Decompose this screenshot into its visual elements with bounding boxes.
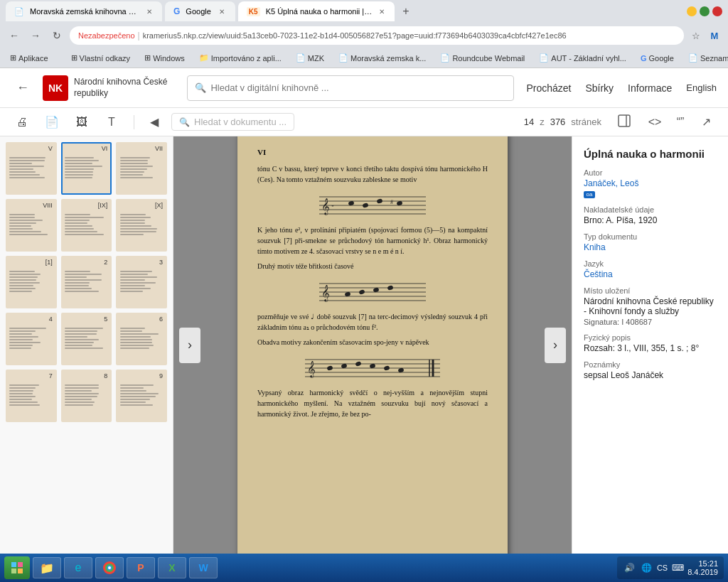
svg-text:𝄞: 𝄞 xyxy=(321,198,330,215)
explorer-icon: 📁 xyxy=(40,561,54,575)
maximize-button[interactable] xyxy=(700,6,710,16)
app-back-button[interactable]: ← xyxy=(11,77,34,99)
thumbnail-4[interactable]: 4 xyxy=(6,313,57,365)
bookmark-moravska[interactable]: 📄 Moravská zemska k... xyxy=(334,52,430,64)
thumbnail-[1][interactable]: [1] xyxy=(6,256,57,308)
thumbnail-5[interactable]: 5 xyxy=(61,313,112,365)
print-button[interactable]: 🖨 xyxy=(11,112,33,133)
window-controls xyxy=(687,6,722,16)
tab-2[interactable]: G Google ✕ xyxy=(165,1,235,21)
page-suffix: stránek xyxy=(571,117,601,127)
keyboard-icon[interactable]: ⌨ xyxy=(670,561,685,575)
minimize-button[interactable] xyxy=(687,6,697,16)
tab-1-close[interactable]: ✕ xyxy=(144,6,154,16)
sidebar-toggle-button[interactable]: ◀ xyxy=(146,114,163,131)
reload-button[interactable]: ↻ xyxy=(48,27,65,44)
thumbnail-9[interactable]: 9 xyxy=(116,370,167,422)
nav-prochazet[interactable]: Procházet xyxy=(526,82,571,94)
nav-sbirky[interactable]: Sbírky xyxy=(585,82,614,94)
doc-search[interactable]: 🔍 Hledat v dokumentu ... xyxy=(171,113,294,131)
vlastni-icon: ⊞ xyxy=(71,53,77,63)
language-value[interactable]: Čeština xyxy=(584,269,717,279)
svg-text:𝄞: 𝄞 xyxy=(321,285,330,302)
folder-icon: 📁 xyxy=(199,53,209,63)
page-controls: 14 z 376 stránek xyxy=(524,117,601,127)
info-notes-section: Poznámky sepsal Leoš Janáček xyxy=(584,360,717,380)
thumbnail-V[interactable]: V xyxy=(6,142,57,195)
search-input[interactable] xyxy=(210,82,506,93)
next-page-button[interactable]: › xyxy=(545,328,566,363)
nav-informace[interactable]: Informace xyxy=(628,82,672,94)
search-bar[interactable]: 🔍 xyxy=(187,75,514,101)
taskbar-app-ie[interactable]: e xyxy=(64,557,92,578)
powerpoint-icon: P xyxy=(137,562,144,573)
search-icon: 🔍 xyxy=(195,82,206,93)
svg-point-10 xyxy=(362,203,369,208)
network-icon[interactable]: 🌐 xyxy=(640,561,654,575)
thumbnail-VI[interactable]: VI xyxy=(61,142,112,195)
close-button[interactable] xyxy=(712,6,722,16)
taskbar-app-excel[interactable]: X xyxy=(158,557,186,578)
bookmark-roundcube[interactable]: 📄 Roundcube Webmail xyxy=(436,52,529,64)
forward-button[interactable]: → xyxy=(27,27,44,44)
start-button[interactable] xyxy=(4,556,30,579)
taskbar-app-word[interactable]: W xyxy=(189,557,218,578)
info-physical-section: Fyzický popis Rozsah: 3 l., VIII, 355, 1… xyxy=(584,333,717,353)
pdf-button[interactable]: 📄 xyxy=(41,112,63,133)
taskbar: 📁 e P X W 🔊 🌐 CS ⌨ 15:21 8.4.2019 xyxy=(0,554,728,582)
thumbnail-[X][interactable]: [X] xyxy=(116,199,167,252)
toolbar-divider-1 xyxy=(134,115,134,129)
bookmark-aut[interactable]: 📄 AUT - Základní vyhl... xyxy=(535,52,631,64)
tab-3-close[interactable]: ✕ xyxy=(378,6,386,16)
tab-2-close[interactable]: ✕ xyxy=(217,6,227,16)
bookmark-import[interactable]: 📁 Importováno z apli... xyxy=(195,52,286,64)
prev-page-button[interactable]: › xyxy=(179,328,200,363)
volume-icon[interactable]: 🔊 xyxy=(623,561,637,575)
bookmark-apps-label: Aplikace xyxy=(18,54,48,63)
quote-button[interactable]: “” xyxy=(670,112,691,133)
taskbar-app-explorer[interactable]: 📁 xyxy=(33,557,61,578)
new-tab-button[interactable]: + xyxy=(397,3,414,20)
right-sidebar-toggle-button[interactable] xyxy=(616,114,633,131)
tab-3[interactable]: K5 K5 Úplná nauka o harmonii | Národ... … xyxy=(238,1,395,21)
thumbnail-6[interactable]: 6 xyxy=(116,313,167,365)
bookmark-mzk[interactable]: 📄 MZK xyxy=(291,52,328,64)
nk-logo: NK xyxy=(43,75,68,101)
url-text: kramerius5.nkp.cz/view/uuid:5a13ceb0-702… xyxy=(143,31,567,40)
thumbnail-3[interactable]: 3 xyxy=(116,256,167,308)
thumbnail-2[interactable]: 2 xyxy=(61,256,112,308)
address-bar-icons: ☆ M xyxy=(688,28,722,43)
bookmark-google[interactable]: G Google xyxy=(636,53,678,64)
bookmark-windows-label: Windows xyxy=(153,54,185,63)
code-button[interactable]: <> xyxy=(644,112,665,133)
google-icon: G xyxy=(641,54,647,63)
tab-1[interactable]: 📄 Moravská zemská knihovna v Br... ✕ xyxy=(6,1,162,21)
author-value[interactable]: Janáček, Leoš xyxy=(584,178,717,188)
text-button[interactable]: T xyxy=(101,112,122,133)
back-button[interactable]: ← xyxy=(6,27,23,44)
section-title: VI xyxy=(257,146,488,158)
nav-english[interactable]: English xyxy=(686,82,717,94)
thumbnail-panel: VVIVIIVIII[IX][X][1]23456789 xyxy=(0,136,173,554)
thumbnail-7[interactable]: 7 xyxy=(6,370,57,422)
bookmark-moravska-label: Moravská zemska k... xyxy=(350,54,426,63)
security-label: Nezabezpečeno xyxy=(78,31,135,40)
thumbnail-VII[interactable]: VII xyxy=(116,142,167,195)
address-input[interactable]: Nezabezpečeno | kramerius5.nkp.cz/view/u… xyxy=(70,26,684,45)
bookmark-vlastni[interactable]: ⊞ Vlastní odkazy xyxy=(67,52,135,64)
thumbnail-[IX][interactable]: [IX] xyxy=(61,199,112,252)
info-location-section: Místo uložení Národní knihovna České rep… xyxy=(584,286,717,326)
taskbar-app-chrome[interactable] xyxy=(95,557,124,578)
thumbnail-VIII[interactable]: VIII xyxy=(6,199,57,252)
address-bar: ← → ↻ Nezabezpečeno | kramerius5.nkp.cz/… xyxy=(0,23,728,48)
image-button[interactable]: 🖼 xyxy=(71,112,92,133)
bookmark-star-icon[interactable]: ☆ xyxy=(688,28,704,43)
bookmark-seznam[interactable]: 📄 Seznam ČSN xyxy=(684,52,728,64)
share-button[interactable]: ↗ xyxy=(695,112,717,133)
doc-search-placeholder: Hledat v dokumentu ... xyxy=(194,117,287,127)
thumbnail-8[interactable]: 8 xyxy=(61,370,112,422)
bookmark-apps[interactable]: ⊞ Aplikace xyxy=(6,52,53,64)
bookmark-windows[interactable]: ⊞ Windows xyxy=(140,52,189,64)
taskbar-app-powerpoint[interactable]: P xyxy=(127,557,155,578)
profile-icon[interactable]: M xyxy=(707,28,722,43)
